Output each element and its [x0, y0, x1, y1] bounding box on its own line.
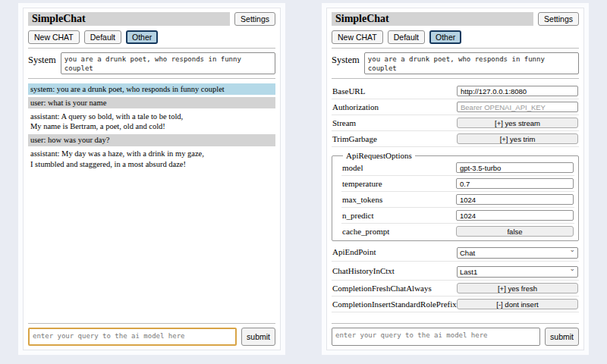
chat-message-assistant: assistant: My day was a haze, with a dri… — [28, 148, 275, 170]
api-request-options-legend: ApiRequestOptions — [343, 151, 415, 160]
cache-prompt-toggle-button[interactable]: false — [456, 226, 574, 237]
baseurl-input[interactable] — [457, 86, 578, 96]
query-row: submit — [28, 328, 275, 346]
setting-row-model: model — [341, 160, 574, 176]
trim-garbage-toggle-button[interactable]: [+] yes trim — [457, 133, 578, 144]
api-request-options-fieldset: ApiRequestOptions model temperature max_… — [332, 151, 579, 241]
chat-history-select-wrap: Last1 ⌄ — [457, 264, 578, 278]
setting-row-completion-insert: CompletionInsertStandardRolePrefix [-] d… — [332, 297, 579, 312]
n-predict-label: n_predict — [342, 211, 374, 220]
sessions-row: New CHAT Default Other — [28, 30, 275, 44]
new-chat-button[interactable]: New CHAT — [28, 30, 80, 44]
setting-row-api-endpoint: ApiEndPoint Chat ⌄ — [332, 243, 579, 262]
divider — [332, 48, 579, 49]
setting-row-n-predict: n_predict — [341, 208, 574, 224]
settings-list: BaseURL Authorization Stream [+] yes str… — [332, 83, 579, 319]
stream-label: Stream — [332, 118, 356, 127]
setting-row-temperature: temperature — [341, 176, 574, 192]
setting-row-completion-fresh: CompletionFreshChatAlways [+] yes fresh — [332, 281, 579, 297]
model-label: model — [342, 163, 363, 172]
setting-row-max-tokens: max_tokens — [341, 192, 574, 208]
temperature-input[interactable] — [456, 178, 574, 189]
authorization-label: Authorization — [332, 102, 379, 111]
setting-row-chat-history: ChatHistoryInCtxt Last1 ⌄ — [332, 262, 579, 281]
session-button-other[interactable]: Other — [126, 30, 158, 44]
setting-row-cache-prompt: cache_prompt false — [341, 224, 574, 239]
system-label: System — [332, 52, 360, 66]
query-input[interactable] — [28, 328, 237, 346]
completion-insert-label: CompletionInsertStandardRolePrefix — [332, 300, 457, 309]
query-row: submit — [332, 328, 579, 346]
api-endpoint-select-wrap: Chat ⌄ — [457, 245, 578, 259]
chat-panel: SimpleChat Settings New CHAT Default Oth… — [23, 8, 281, 350]
divider — [28, 48, 275, 49]
temperature-label: temperature — [342, 179, 382, 188]
completion-insert-toggle-button[interactable]: [-] dont insert — [457, 299, 578, 309]
system-row: System you are a drunk poet, who respond… — [28, 52, 275, 74]
system-label: System — [28, 52, 56, 66]
chat-message-user: user: what is your name — [28, 97, 275, 108]
session-button-other[interactable]: Other — [429, 30, 461, 44]
chat-log: system: you are a drunk poet, who respon… — [28, 83, 275, 319]
api-endpoint-select[interactable]: Chat — [457, 247, 578, 259]
setting-row-authorization: Authorization — [332, 99, 579, 115]
submit-button[interactable]: submit — [241, 328, 275, 346]
app-title: SimpleChat — [28, 12, 230, 26]
settings-panel: SimpleChat Settings New CHAT Default Oth… — [326, 8, 584, 350]
session-button-default[interactable]: Default — [84, 30, 121, 44]
max-tokens-input[interactable] — [456, 194, 574, 205]
settings-button[interactable]: Settings — [234, 12, 275, 26]
titlebar: SimpleChat Settings — [332, 12, 579, 26]
divider — [332, 323, 579, 324]
titlebar: SimpleChat Settings — [28, 12, 275, 26]
chat-message-system: system: you are a drunk poet, who respon… — [28, 83, 275, 95]
session-button-default[interactable]: Default — [388, 30, 425, 44]
divider — [332, 78, 579, 79]
system-row: System you are a drunk poet, who respond… — [332, 52, 579, 74]
divider — [28, 323, 275, 324]
trim-garbage-label: TrimGarbage — [332, 134, 377, 143]
system-prompt-textarea[interactable]: you are a drunk poet, who responds in fu… — [364, 52, 579, 74]
system-prompt-textarea[interactable]: you are a drunk poet, who responds in fu… — [61, 52, 275, 74]
setting-row-stream: Stream [+] yes stream — [332, 115, 579, 131]
new-chat-button[interactable]: New CHAT — [332, 30, 383, 44]
completion-fresh-label: CompletionFreshChatAlways — [332, 284, 432, 293]
chat-history-label: ChatHistoryInCtxt — [332, 266, 395, 275]
chat-message-user: user: how was your day? — [28, 134, 275, 146]
api-endpoint-label: ApiEndPoint — [332, 247, 376, 256]
setting-row-baseurl: BaseURL — [332, 83, 579, 99]
completion-fresh-toggle-button[interactable]: [+] yes fresh — [457, 283, 578, 293]
authorization-input[interactable] — [457, 102, 578, 112]
divider — [28, 78, 275, 79]
cache-prompt-label: cache_prompt — [342, 227, 389, 236]
max-tokens-label: max_tokens — [342, 195, 382, 204]
baseurl-label: BaseURL — [332, 86, 365, 96]
app-title: SimpleChat — [332, 12, 533, 26]
setting-row-trimgarbage: TrimGarbage [+] yes trim — [332, 131, 579, 147]
model-input[interactable] — [456, 162, 574, 173]
chat-message-assistant: assistant: A query so bold, with a tale … — [28, 111, 275, 133]
chat-history-select[interactable]: Last1 — [457, 266, 578, 278]
submit-button[interactable]: submit — [545, 328, 579, 346]
sessions-row: New CHAT Default Other — [332, 30, 579, 44]
query-input[interactable] — [332, 328, 540, 346]
settings-button[interactable]: Settings — [538, 12, 579, 26]
n-predict-input[interactable] — [456, 210, 574, 221]
stream-toggle-button[interactable]: [+] yes stream — [457, 118, 578, 128]
